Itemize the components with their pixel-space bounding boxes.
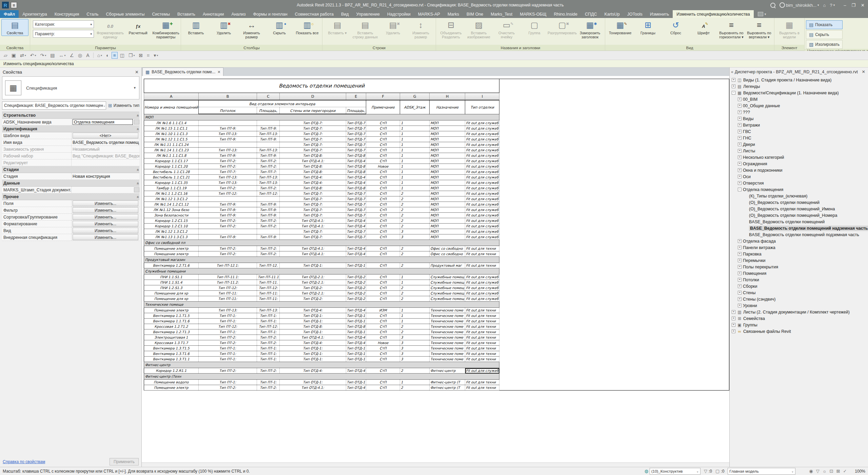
schedule-cell[interactable]: Тип ОТД-7: [280,191,346,196]
schedule-cell[interactable]: Тип ОТД-2 [346,296,366,302]
schedule-cell[interactable]: Коридор 1.2.С1.10 [144,224,199,229]
schedule-cell[interactable]: Венткамера 1.3.Т1.5 [144,346,199,351]
ribbon-button-показать-все[interactable]: ▥☼Показать все [294,19,321,36]
collapse-node-icon[interactable]: - [732,91,735,95]
schedule-cell[interactable] [257,196,280,202]
schedule-cell[interactable]: 3 [400,351,430,357]
schedule-cell[interactable]: Fit out для служеб [465,120,499,126]
schedule-cell[interactable]: 2 [400,251,430,257]
select-underlay-icon[interactable]: ⊡ [830,469,833,474]
property-value[interactable] [71,159,139,166]
column-letter[interactable]: A [144,93,199,100]
schedule-cell[interactable]: Кроссовая 1.2.Т1.2 [144,324,199,329]
schedule-cell[interactable]: Fit out для служеб [465,234,499,240]
user-interface-icon[interactable]: ◫ [118,52,126,59]
schedule-cell[interactable]: Тип ПТ-2: [198,340,257,346]
ribbon-button-вставить[interactable]: ▤Вставить ▾ [324,19,351,36]
schedule-cell[interactable]: ПУИ 1.1.S1.4 [144,280,199,285]
schedule-cell[interactable]: Тип ОТД-7 [346,191,366,196]
schedule-cell[interactable]: ЛК №1.10 1.1.С1.3 [144,131,199,137]
schedule-cell[interactable]: Тип ОТД-7 [346,213,366,218]
header-walls[interactable]: Стены или перегородки [280,107,346,114]
ribbon-button-удалить[interactable]: ▥✖Удалить [210,19,237,36]
schedule-cell[interactable]: Технические поме [430,340,465,346]
horizontal-scrollbar[interactable] [142,462,729,467]
tag-icon[interactable]: ◎ [76,52,84,59]
schedule-cell[interactable]: МОП [430,131,465,137]
schedule-cell[interactable]: Тип ПТ-2: [257,385,280,391]
schedule-cell[interactable]: Тип ОТД-4.1: [280,385,346,391]
ribbon-button-очистить-ячейку[interactable]: ▭✎Очистить ячейку [493,19,520,40]
schedule-cell[interactable]: Тип ОТД-2.1: [280,274,346,280]
schedule-cell[interactable]: Помещение электр [144,246,199,251]
schedule-cell[interactable]: Тип ПТ-11: [198,291,257,296]
ribbon-button-расчетный[interactable]: ƒxРасчетный [124,19,152,36]
schedule-cell[interactable]: Тип ПТ-2: [198,186,257,191]
schedule-cell[interactable]: Тип ОТД-4: [280,180,346,186]
schedule-cell[interactable]: Тип ОТД-8: [280,169,346,175]
property-value[interactable]: Независимый [71,146,139,152]
schedule-cell[interactable]: Технические поме [430,351,465,357]
schedule-cell[interactable]: Fit out для служеб [465,285,499,291]
schedule-cell[interactable]: 1 [400,280,430,285]
ribbon-button-свойства[interactable]: ▤Свойства [1,19,28,36]
header-finish-type[interactable]: Тип отделки [465,100,499,114]
schedule-cell[interactable]: Вестибюль 1.1.С1.28 [144,169,199,175]
schedule-cell[interactable]: Фитнес-центр (Т [430,385,465,391]
schedule-cell[interactable]: Тип ПТ-11: [257,296,280,302]
schedule-cell[interactable]: СтП [366,207,400,213]
schedule-cell[interactable]: МОП [430,191,465,196]
customize-qat-icon[interactable]: ▾▾ [152,52,160,59]
property-value[interactable]: Изменить... [71,227,139,234]
expand-node-icon[interactable]: + [738,175,742,178]
schedule-cell[interactable]: Fit out для техни [465,246,499,251]
schedule-cell[interactable]: Fit out для техни [465,308,499,313]
schedule-cell[interactable]: Помещение водопо [144,380,199,385]
schedule-cell[interactable]: Помещение электр [144,385,199,391]
user-menu[interactable]: bim_shirokikh... ▾ [780,2,819,8]
schedule-row[interactable]: ЛК №1.14 1.1.С1.23Тип ПТ-13:Тип ПТ-13:Ти… [144,148,729,153]
schedule-cell[interactable]: Венткамера 1.3.Т1.6 [144,351,199,357]
schedule-row[interactable]: ЛК №1.12 1.3.С1.2Тип ОТД-7:Тип ОТД-7СтП3… [144,229,729,234]
property-value[interactable]: Изменить... [71,221,139,227]
schedule-cell[interactable]: Fit out для служеб [465,186,499,191]
schedule-cell[interactable]: Тип ПТ-1: [198,319,257,324]
schedule-cell[interactable]: Тип ОТД-4 [346,385,366,391]
ribbon-tab-idx22[interactable]: JOTools [624,10,646,18]
schedule-cell[interactable]: Тип ПТ-12. [257,263,280,268]
schedule-cell[interactable]: Тип ОТД-2: [280,285,346,291]
schedule-cell[interactable]: Венткамера 1.2.Т1.6 [144,263,199,268]
schedule-cell[interactable]: 2 [400,368,430,374]
schedule-cell[interactable]: СтП [366,346,400,351]
schedule-cell[interactable]: Тип ПТ-12.1: [198,263,257,268]
schedule-cell[interactable]: Тип ОТД-1: [280,346,346,351]
browser-item[interactable]: +ГНС [730,135,868,141]
ribbon-button-тонирование[interactable]: ▦✎Тонирование [607,19,634,36]
browser-item[interactable]: +Окна и подоконники [730,167,868,173]
schedule-row[interactable]: Венткамера 1.3.Т1.1Тип ПТ-1:Тип ПТ-1:Тип… [144,357,729,362]
schedule-cell[interactable]: Тип ПТ-9: [198,137,257,142]
schedule-row[interactable]: Венткамера 1.1.Т1.6Тип ПТ-1:Тип ПТ-1:Тип… [144,319,729,324]
browser-item[interactable]: +Уровни [730,302,868,309]
close-hidden-icon[interactable]: ⊠ [137,52,145,59]
schedule-cell[interactable]: ЛК №1.13 1.3.С1.3 [144,234,199,240]
browser-item[interactable]: +Ограждения [730,160,868,167]
browser-item[interactable]: +▤Легенды [730,83,868,90]
schedule-cell[interactable]: Тип ОТД-2 [346,274,366,280]
column-letter[interactable]: B [198,93,257,100]
schedule-cell[interactable]: Тип ОТД-8 [346,164,366,169]
ribbon-button-выровнять-по-вертикали[interactable]: ≡Выровнять по вертикали ▾ [746,19,773,40]
schedule-cell[interactable]: Тип ОТД-8 [346,186,366,191]
ribbon-tab-idx10[interactable]: Совместная работа [291,10,337,18]
schedule-cell[interactable]: Тип ПТ-1: [198,357,257,362]
minimize-button[interactable]: – [844,3,846,8]
schedule-cell[interactable]: 1 [400,313,430,319]
schedule-cell[interactable]: Тип ОТД-7: [280,131,346,137]
schedule-cell[interactable]: Тип ПТ-1: [257,313,280,319]
schedule-cell[interactable]: Тип ОТД-4: [280,340,346,346]
schedule-cell[interactable]: Тип ПТ-7: [198,169,257,175]
schedule-cell[interactable]: Венткамера 1.1.Т1.5 [144,313,199,319]
schedule-cell[interactable]: Тип ОТД-7: [280,207,346,213]
schedule-row[interactable]: Коридор 1.2.R1.1Тип ПТ-2:Тип ПТ-2:Тип ОТ… [144,368,729,374]
schedule-cell[interactable]: Тип ПТ-1: [257,380,280,385]
